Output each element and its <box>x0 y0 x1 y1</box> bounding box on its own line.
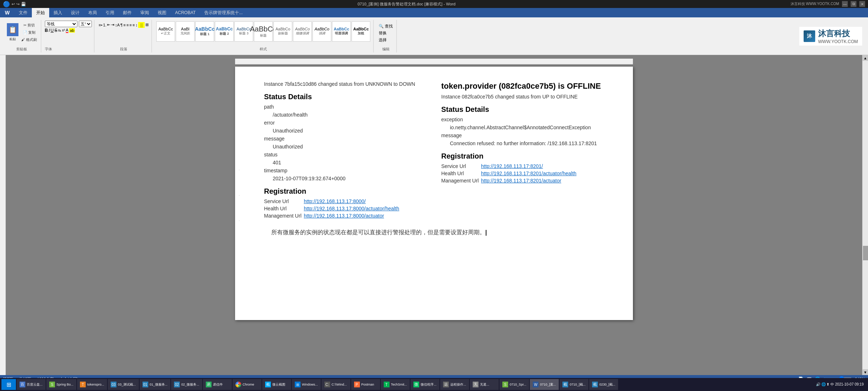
horizontal-ruler <box>235 59 633 64</box>
taskbar-yixin[interactable]: 易 易信件 <box>203 379 232 390</box>
tab-layout[interactable]: 布局 <box>84 8 101 17</box>
subscript-button[interactable]: x₂ <box>58 28 61 32</box>
undo-btn[interactable]: ↩ <box>12 2 15 7</box>
taskbar-spring[interactable]: S Spring Bo... <box>46 379 76 390</box>
font-family-select[interactable]: 等线宋体黑体 <box>45 21 77 27</box>
vertical-scrollbar[interactable]: ▲ ▼ <box>862 55 868 375</box>
underline-button[interactable]: U <box>51 28 54 33</box>
service-url-link-left[interactable]: http://192.168.113.17:8000/ <box>304 198 366 204</box>
taskbar-cwind[interactable]: C: C:\\Wind... <box>322 379 350 390</box>
style-intense-em[interactable]: AaBbCc明显强调 <box>332 21 351 42</box>
main-heading: token.provider (082fca0ce7b5) is OFFLINE <box>441 81 604 92</box>
shading-button[interactable]: ░ <box>138 22 145 28</box>
bold-button[interactable]: B <box>45 28 48 33</box>
highlight-button[interactable]: ab <box>69 28 75 33</box>
style-title[interactable]: AaBbCo标题 <box>254 21 273 42</box>
taskbar-micro[interactable]: 微 微信程序... <box>410 379 439 390</box>
format-painter-button[interactable]: 🖌 格式刷 <box>20 37 38 43</box>
style-subtitle[interactable]: AaBbCo副标题 <box>273 21 292 42</box>
tab-acrobat[interactable]: ACROBAT <box>171 8 200 17</box>
left-column: Instance 7bfa15c10d86 changed status fro… <box>264 81 427 220</box>
taskbar-wuze[interactable]: 无 无遮... <box>470 379 499 390</box>
taskbar-tokens[interactable]: T tokenspro... <box>77 379 107 390</box>
document-page[interactable]: Instance 7bfa15c10d86 changed status fro… <box>235 67 633 320</box>
taskbar-03[interactable]: 03 03_测试截... <box>108 379 139 390</box>
ribbon-tabs: 文件 开始 插入 设计 布局 引用 邮件 审阅 视图 ACROBAT 告示牌管理… <box>14 8 868 17</box>
taskbar-02[interactable]: 02 02_微服务... <box>171 379 202 390</box>
taskbar-0710cut[interactable]: 截 0710_[截... <box>559 379 588 390</box>
borders-button[interactable]: ⊞ <box>145 22 149 27</box>
style-emphasis[interactable]: AaBbCo强调 <box>312 21 331 42</box>
document-main[interactable]: Instance 7bfa15c10d86 changed status fro… <box>6 55 862 375</box>
service-url-key-left: Service Url <box>264 198 304 204</box>
taskbar-0230cut[interactable]: 截 0230_[截... <box>589 379 618 390</box>
show-marks-button[interactable]: ¶ <box>120 23 123 27</box>
taskbar-chrome[interactable]: C Chrome <box>233 379 261 390</box>
copy-button[interactable]: 📄 复制 <box>20 29 38 36</box>
style-subtle-em[interactable]: AaBbCo细微强调 <box>293 21 312 42</box>
align-right-button[interactable]: ≡ <box>129 23 132 27</box>
tab-mailings[interactable]: 邮件 <box>119 8 136 17</box>
tab-home[interactable]: 开始 <box>32 8 49 17</box>
style-h1[interactable]: AaBbCc标题 1 <box>195 21 214 42</box>
instance-change-left: Instance 7bfa15c10d86 changed status fro… <box>264 81 427 87</box>
start-button[interactable]: ⊞ <box>1 379 16 390</box>
restore-button[interactable]: ⧉ <box>851 1 856 7</box>
style-no-spacing[interactable]: AaBl无间距 <box>176 21 195 42</box>
error-key: error <box>264 120 293 126</box>
document-area: Instance 7bfa15c10d86 changed status fro… <box>0 55 868 375</box>
tab-custom[interactable]: 告示牌管理系统十... <box>200 8 247 17</box>
taskbar-01[interactable]: 01 01_微服务... <box>140 379 171 390</box>
font-size-select[interactable]: 五号四号小四 <box>79 21 92 27</box>
tab-view[interactable]: 视图 <box>153 8 171 17</box>
field-message-val-left: Unauthorized <box>264 144 427 150</box>
taskbar-weiyun[interactable]: 截 微云截图 <box>262 379 291 390</box>
cut-button[interactable]: ✂ 剪切 <box>20 22 38 29</box>
redo-btn[interactable]: ↪ <box>16 2 20 7</box>
tab-file[interactable]: 文件 <box>14 8 32 17</box>
health-url-link-right[interactable]: http://192.168.113.17:8201/actuator/heal… <box>481 171 576 176</box>
health-url-link-left[interactable]: http://192.168.113.17:8000/actuator/heal… <box>304 206 399 211</box>
style-normal[interactable]: AaBbCc↵正文 <box>156 21 175 42</box>
scroll-down-button[interactable]: ▼ <box>863 369 868 375</box>
taskbar-postman[interactable]: P Postman <box>351 379 380 390</box>
mgmt-url-link-right[interactable]: http://192.168.113.17:8201/actuator <box>481 178 561 184</box>
scroll-thumb[interactable] <box>863 246 868 260</box>
service-url-link-right[interactable]: http://192.168.113.17:8201/ <box>481 163 543 169</box>
align-left-button[interactable]: ≡ <box>123 23 125 27</box>
italic-button[interactable]: I <box>48 28 50 33</box>
tab-insert[interactable]: 插入 <box>49 8 67 17</box>
sort-button[interactable]: ↕A <box>115 23 120 27</box>
select-button[interactable]: 选择 <box>379 37 387 43</box>
bullets-button[interactable]: ≡• <box>99 23 102 27</box>
replace-button[interactable]: 替换 <box>379 30 387 36</box>
mgmt-url-link-left[interactable]: http://192.168.113.17:8000/actuator <box>304 213 384 219</box>
taskbar-remote[interactable]: 远 远程操作... <box>440 379 469 390</box>
tab-design[interactable]: 设计 <box>67 8 84 17</box>
outdent-button[interactable]: ⇤ <box>107 22 110 27</box>
style-strong[interactable]: AaBbCc加粗 <box>352 21 370 42</box>
font-color-button[interactable]: A <box>66 28 68 33</box>
tab-review[interactable]: 审阅 <box>136 8 153 17</box>
numbering-button[interactable]: 1. <box>103 23 106 27</box>
tab-references[interactable]: 引用 <box>101 8 119 17</box>
taskbar-tech[interactable]: T TechSmit... <box>381 379 410 390</box>
styles-gallery: AaBbCc↵正文 AaBl无间距 AaBbCc标题 1 AaBbCc标题 2 … <box>156 21 370 42</box>
scroll-up-button[interactable]: ▲ <box>863 55 868 61</box>
strikethrough-button[interactable]: S <box>54 28 57 33</box>
taskbar-0710spr[interactable]: S 0710_Spr... <box>499 379 529 390</box>
close-button[interactable]: ✕ <box>859 1 865 7</box>
align-center-button[interactable]: ≡ <box>126 23 128 27</box>
minimize-button[interactable]: — <box>842 1 848 7</box>
taskbar-0710doc[interactable]: W 0710_[案... <box>530 379 559 390</box>
superscript-button[interactable]: x² <box>62 28 65 32</box>
style-h2[interactable]: AaBbCc标题 2 <box>215 21 234 42</box>
paste-button[interactable]: 📋 粘贴 <box>6 22 20 42</box>
line-spacing-button[interactable]: ↕ <box>136 23 138 27</box>
taskbar-win1[interactable]: ⊞ Windows... <box>292 379 321 390</box>
find-button[interactable]: 🔍 查找 <box>379 24 393 29</box>
ribbon-group-clipboard: 📋 粘贴 ✂ 剪切 📄 复制 🖌 格式刷 剪贴板 <box>3 20 41 52</box>
indent-button[interactable]: ⇥ <box>111 22 114 27</box>
align-justify-button[interactable]: ≡ <box>132 23 135 27</box>
taskbar-baidu[interactable]: 百 百度云盘... <box>17 379 46 390</box>
